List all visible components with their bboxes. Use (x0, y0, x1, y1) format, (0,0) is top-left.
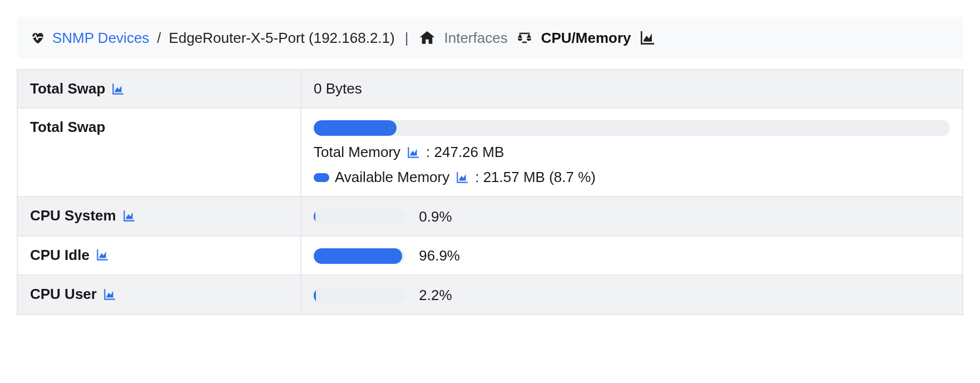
area-chart-icon[interactable] (406, 145, 420, 160)
table-row: CPU User 2.2% (17, 275, 963, 315)
memory-progress-fill (314, 120, 397, 136)
legend-pill-icon (314, 173, 329, 182)
cpu-user-progress-bar (314, 288, 405, 303)
table-row: Total Swap Total Memory : 247.26 MB Avai… (17, 108, 963, 197)
area-chart-icon[interactable] (95, 248, 110, 262)
memory-progress-bar (314, 120, 950, 136)
breadcrumb: SNMP Devices / EdgeRouter-X-5-Port (192.… (17, 17, 963, 59)
row-label: CPU System (30, 207, 116, 224)
heartbeat-icon (30, 31, 44, 45)
area-chart-icon[interactable] (455, 170, 469, 185)
cpu-idle-progress-bar (314, 248, 405, 264)
cpu-user-progress-fill (314, 288, 316, 303)
area-chart-icon[interactable] (639, 29, 656, 47)
available-memory-label: Available Memory (335, 169, 449, 186)
home-icon[interactable] (418, 29, 436, 47)
row-label: Total Swap (30, 80, 105, 97)
scale-icon[interactable] (516, 29, 533, 47)
cpu-system-progress-bar (314, 209, 405, 224)
metrics-table: Total Swap 0 Bytes Total Swap Total Memo… (17, 69, 963, 315)
divider: | (403, 30, 411, 47)
total-memory-value: : 247.26 MB (426, 144, 504, 161)
area-chart-icon[interactable] (102, 287, 117, 302)
row-label: Total Swap (30, 119, 105, 135)
area-chart-icon[interactable] (111, 82, 125, 96)
breadcrumb-device: EdgeRouter-X-5-Port (192.168.2.1) (169, 30, 395, 47)
row-label: CPU Idle (30, 247, 90, 264)
cpu-system-percent: 0.9% (419, 208, 452, 225)
row-value: 0 Bytes (314, 80, 362, 97)
available-memory-value: : 21.57 MB (8.7 %) (475, 169, 596, 186)
cpu-idle-progress-fill (314, 248, 402, 264)
total-memory-label: Total Memory (314, 144, 400, 161)
nav-cpu-memory[interactable]: CPU/Memory (541, 30, 631, 47)
row-label: CPU User (30, 286, 97, 303)
breadcrumb-separator: / (157, 30, 161, 47)
cpu-idle-percent: 96.9% (419, 247, 460, 264)
nav-interfaces[interactable]: Interfaces (444, 30, 507, 47)
table-row: CPU System 0.9% (17, 197, 963, 236)
cpu-system-progress-fill (314, 209, 315, 224)
cpu-user-percent: 2.2% (419, 287, 452, 304)
table-row: CPU Idle 96.9% (17, 236, 963, 276)
table-row: Total Swap 0 Bytes (17, 70, 963, 108)
area-chart-icon[interactable] (122, 209, 136, 223)
breadcrumb-root-link[interactable]: SNMP Devices (52, 30, 149, 47)
